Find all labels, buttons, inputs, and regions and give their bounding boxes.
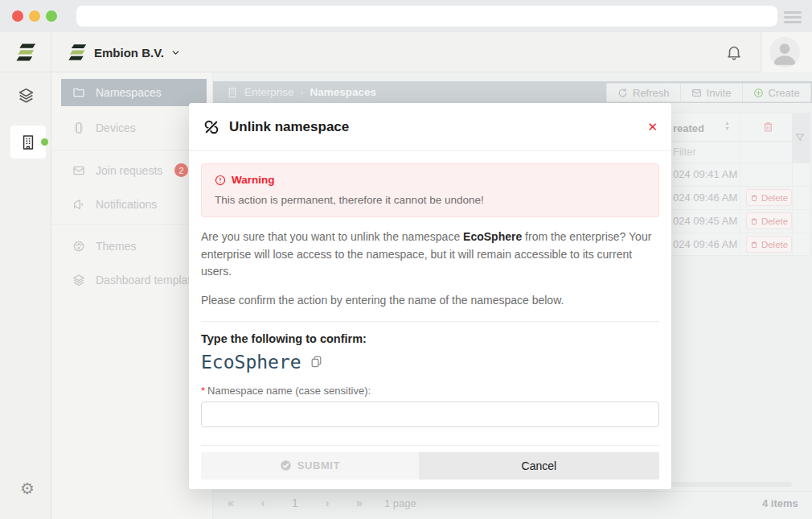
namespace-name-inline: EcoSphere — [463, 230, 522, 243]
refresh-button[interactable]: Refresh — [607, 84, 680, 101]
app-logo-icon — [15, 42, 37, 63]
sidebar-item-devices[interactable]: Devices — [61, 114, 207, 142]
table-row-created: 024 09:45 AM — [673, 215, 737, 227]
bulk-delete-trash-icon[interactable] — [762, 121, 774, 133]
modal-footer: SUBMIT Cancel — [201, 452, 659, 480]
unlink-namespace-modal: Unlink namespace ✕ Warning This action i… — [189, 103, 671, 489]
delete-label: Delete — [761, 216, 788, 226]
browser-chrome — [0, 0, 812, 32]
breadcrumb: Enterprise › Namespaces — [227, 86, 376, 98]
toolbar: Refresh Invite Create — [606, 83, 811, 102]
sort-carets-icon[interactable]: ▲▼ — [724, 120, 730, 131]
copy-icon[interactable] — [310, 355, 323, 369]
warning-text: This action is permanent, therefore it c… — [215, 194, 646, 206]
rail-item-namespaces[interactable] — [18, 87, 35, 104]
window-zoom-button[interactable] — [46, 10, 57, 22]
namespace-field-label: *Namespace name (case sensitive): — [201, 385, 659, 397]
table-row-created: 024 09:41 AM — [673, 168, 737, 180]
sidebar-item-label: Namespaces — [96, 86, 162, 99]
close-icon[interactable]: ✕ — [647, 120, 658, 134]
browser-menu-icon[interactable] — [784, 11, 802, 26]
pagination-page-button[interactable]: 1 — [286, 496, 304, 509]
megaphone-icon — [72, 198, 85, 211]
delete-button[interactable]: Delete — [746, 212, 792, 229]
warning-title: Warning — [232, 174, 275, 186]
window-close-button[interactable] — [12, 10, 23, 22]
folder-icon — [72, 86, 85, 99]
device-icon — [72, 122, 85, 134]
app-screen: Embion B.V. ⚙ — [0, 0, 812, 519]
breadcrumb-namespaces: Namespaces — [310, 86, 377, 98]
refresh-label: Refresh — [633, 87, 670, 99]
delete-label: Delete — [761, 193, 788, 203]
breadcrumb-enterprise[interactable]: Enterprise — [244, 86, 294, 98]
plus-circle-icon — [753, 88, 764, 98]
confirm-paragraph: Are you sure that you want to unlink the… — [201, 229, 659, 281]
pagination-first-button[interactable]: « — [222, 496, 240, 509]
items-count-label: 4 items — [762, 497, 798, 509]
active-status-dot — [41, 138, 48, 146]
pagination-next-button[interactable]: › — [318, 496, 336, 509]
type-to-confirm-label: Type the following to confirm: — [201, 332, 659, 345]
create-button[interactable]: Create — [742, 84, 810, 101]
sidebar-item-themes[interactable]: Themes — [61, 233, 207, 260]
submit-label: SUBMIT — [297, 459, 340, 472]
submit-button[interactable]: SUBMIT — [201, 452, 419, 480]
table-row-created: 024 09:46 AM — [673, 192, 737, 204]
modal-divider — [201, 321, 659, 322]
cancel-label: Cancel — [522, 459, 557, 472]
created-filter-input[interactable] — [673, 146, 737, 158]
sidebar-item-notifications[interactable]: Notifications — [61, 191, 207, 218]
building-icon — [227, 87, 238, 98]
namespace-name-value: EcoSphere — [201, 352, 301, 373]
sidebar-item-label: Themes — [96, 240, 137, 253]
notifications-bell-icon[interactable] — [725, 43, 743, 61]
delete-button[interactable]: Delete — [746, 236, 792, 253]
unlink-icon — [203, 118, 220, 136]
palette-icon — [72, 240, 85, 253]
sidebar-item-label: Devices — [96, 122, 136, 134]
sidebar-item-label: Join requests — [96, 164, 162, 177]
pagination-prev-button[interactable]: ‹ — [254, 496, 272, 509]
envelope-icon — [691, 88, 702, 98]
sidebar-item-dashboard-templates[interactable]: Dashboard templates — [61, 266, 207, 294]
chevron-down-icon — [170, 47, 181, 58]
building-icon — [20, 134, 36, 150]
org-switcher[interactable]: Embion B.V. — [68, 43, 181, 62]
modal-divider — [201, 445, 659, 446]
sidebar-item-label: Dashboard templates — [96, 274, 203, 286]
url-bar — [76, 6, 777, 27]
page-count-label: 1 page — [384, 497, 416, 509]
confirm-instruction: Please confirm the action by entering th… — [201, 292, 659, 310]
cancel-button[interactable]: Cancel — [419, 452, 659, 480]
check-circle-icon — [280, 459, 292, 472]
modal-body: Warning This action is permanent, theref… — [189, 151, 671, 489]
invite-button[interactable]: Invite — [680, 84, 742, 101]
create-label: Create — [769, 87, 800, 99]
settings-gear-icon[interactable]: ⚙ — [20, 479, 35, 498]
warning-alert: Warning This action is permanent, theref… — [201, 163, 659, 217]
invite-label: Invite — [707, 87, 732, 99]
window-minimize-button[interactable] — [29, 10, 40, 22]
modal-header: Unlink namespace ✕ — [189, 103, 671, 151]
delete-button[interactable]: Delete — [746, 189, 792, 206]
pagination-last-button[interactable]: » — [351, 496, 368, 509]
warning-circle-icon — [215, 175, 226, 186]
delete-label: Delete — [761, 240, 788, 249]
sidebar-item-namespaces[interactable]: Namespaces — [61, 79, 207, 106]
namespace-name-input[interactable] — [201, 402, 659, 427]
org-name: Embion B.V. — [94, 46, 164, 60]
refresh-icon — [617, 88, 628, 98]
breadcrumb-separator: › — [301, 87, 304, 98]
layers-icon — [72, 274, 85, 286]
sidebar-item-label: Notifications — [96, 198, 157, 211]
modal-title: Unlink namespace — [229, 119, 349, 135]
user-avatar[interactable] — [769, 37, 800, 68]
org-logo-icon — [68, 43, 88, 62]
url-input[interactable] — [76, 6, 777, 27]
envelope-icon — [72, 164, 85, 177]
created-column-header[interactable]: reated — [673, 122, 704, 134]
join-requests-badge: 2 — [174, 163, 188, 177]
table-row-created: 024 09:46 AM — [673, 238, 737, 250]
